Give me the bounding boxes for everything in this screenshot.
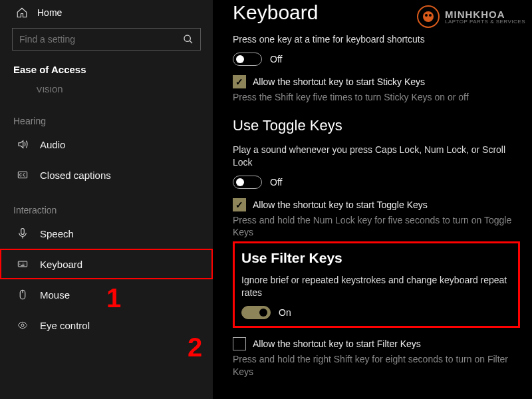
sidebar-item-closed-captions[interactable]: Closed captions: [0, 160, 213, 190]
sticky-keys-hint: Press the Shift key five times to turn S…: [233, 91, 520, 104]
sidebar-item-label: Audio: [40, 139, 65, 150]
sticky-keys-toggle-label: Off: [270, 54, 282, 65]
sticky-keys-desc: Press one key at a time for keyboard sho…: [233, 33, 520, 46]
sidebar-item-speech[interactable]: Speech: [0, 218, 213, 249]
sidebar-item-label: Speech: [40, 228, 74, 239]
search-box[interactable]: [12, 28, 201, 51]
svg-point-5: [21, 324, 24, 327]
search-input[interactable]: [19, 34, 183, 45]
sidebar-item-audio[interactable]: Audio: [0, 129, 213, 160]
svg-point-0: [184, 35, 190, 41]
svg-rect-2: [21, 229, 25, 235]
filter-keys-hint: Press and hold the right Shift key for e…: [233, 353, 520, 378]
sidebar-item-keyboard[interactable]: Keyboard: [0, 249, 213, 279]
brand-logo-icon: [417, 5, 440, 28]
sticky-keys-toggle[interactable]: [233, 53, 262, 66]
section-sticky-keys: Press one key at a time for keyboard sho…: [233, 33, 520, 104]
sidebar-item-label: Keyboard: [40, 259, 82, 270]
home-label: Home: [37, 7, 62, 18]
toggle-keys-shortcut-label: Allow the shortcut key to start Toggle K…: [253, 200, 428, 210]
filter-keys-toggle-label: On: [279, 307, 291, 318]
sidebar-item-eye-control[interactable]: Eye control: [0, 310, 213, 340]
toggle-keys-desc: Play a sound whenever you press Caps Loc…: [233, 144, 520, 169]
toggle-keys-toggle-label: Off: [270, 177, 282, 188]
sidebar-item-label: Eye control: [40, 320, 90, 331]
sidebar-item-label: Closed captions: [40, 170, 111, 181]
mouse-icon: [16, 289, 29, 301]
search-icon: [183, 34, 194, 45]
sidebar-group-interaction: Interaction: [0, 190, 213, 218]
section-toggle-keys: Use Toggle Keys Play a sound whenever yo…: [233, 117, 520, 239]
settings-content: MINHKHOA LAPTOP PARTS & SERVICES Keyboar…: [213, 0, 532, 399]
filter-keys-shortcut-checkbox[interactable]: [233, 337, 246, 350]
annotation-2: 2: [188, 332, 202, 362]
sidebar-category: Ease of Access: [0, 60, 213, 87]
filter-keys-toggle[interactable]: [241, 306, 271, 319]
toggle-keys-toggle[interactable]: [233, 176, 262, 189]
mic-icon: [16, 227, 29, 239]
filter-keys-heading: Use Filter Keys: [241, 250, 511, 266]
captions-icon: [16, 169, 29, 181]
filter-keys-shortcut-label: Allow the shortcut key to start Filter K…: [253, 338, 421, 349]
watermark-tag: LAPTOP PARTS & SERVICES: [445, 19, 525, 25]
eye-icon: [16, 319, 29, 331]
section-filter-keys-highlighted: Use Filter Keys Ignore brief or repeated…: [233, 241, 520, 328]
home-icon: [16, 7, 28, 19]
toggle-keys-shortcut-checkbox[interactable]: [233, 198, 246, 211]
speaker-icon: [16, 138, 29, 150]
toggle-keys-hint: Press and hold the Num Lock key for five…: [233, 214, 520, 239]
filter-keys-desc: Ignore brief or repeated keystrokes and …: [241, 274, 511, 299]
watermark: MINHKHOA LAPTOP PARTS & SERVICES: [417, 5, 525, 28]
sticky-keys-shortcut-label: Allow the shortcut key to start Sticky K…: [253, 76, 425, 87]
sidebar-item-label: Mouse: [40, 289, 70, 301]
toggle-keys-heading: Use Toggle Keys: [233, 117, 520, 134]
home-link[interactable]: Home: [0, 0, 213, 24]
sidebar-group-hearing: Hearing: [0, 101, 213, 129]
annotation-1: 1: [106, 283, 121, 313]
watermark-name: MINHKHOA: [445, 9, 525, 19]
sidebar-item-vision-partial[interactable]: Vision: [0, 87, 213, 101]
settings-sidebar: Home Ease of Access Vision Hearing Audio: [0, 0, 213, 399]
sticky-keys-shortcut-checkbox[interactable]: [233, 75, 246, 88]
keyboard-icon: [16, 258, 29, 270]
